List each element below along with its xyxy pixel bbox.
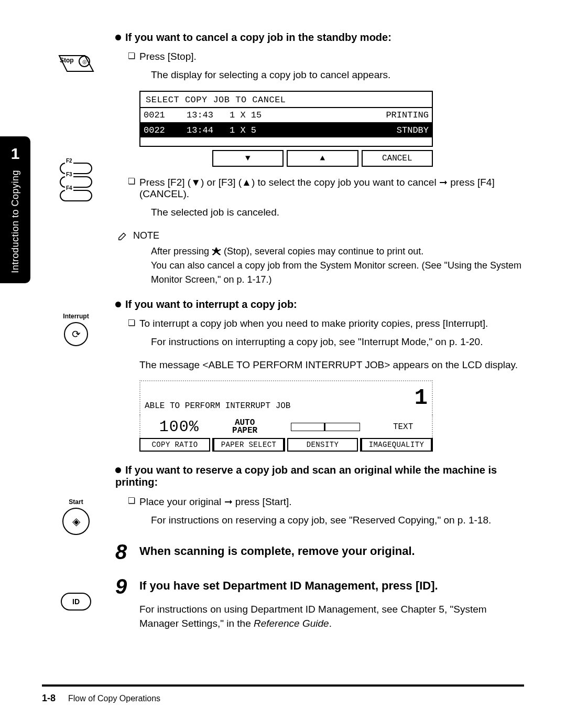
id-key-icon: ID [47, 593, 105, 611]
section1-item1: Press [Stop]. [128, 51, 524, 62]
interrupt-label: Interrupt [47, 313, 105, 320]
lcd1-cancel-button[interactable]: CANCEL [362, 150, 433, 167]
section3-sub1: For instructions on reserving a copy job… [151, 513, 524, 528]
lcd1-title: SELECT COPY JOB TO CANCEL [139, 91, 433, 107]
section2-item1: To interrupt a copy job when you need to… [128, 318, 524, 329]
lcd2-cell-density[interactable]: DENSITY [287, 438, 358, 452]
f4-key-icon: F4 [60, 190, 92, 201]
section2-sub1: For instructions on interrupting a copy … [151, 335, 524, 349]
lcd1-up-button[interactable]: ▲ [287, 150, 358, 167]
section1-item2: Press [F2] (▼) or [F3] (▲) to select the… [128, 176, 524, 200]
lcd1-slot-empty [139, 150, 209, 165]
lcd-interrupt: ABLE TO PERFORM INTERRUPT JOB 1 100% AUT… [139, 380, 433, 452]
lcd2-cell-imagequality[interactable]: IMAGEQUALITY [360, 438, 433, 452]
lcd2-title: ABLE TO PERFORM INTERRUPT JOB [145, 401, 290, 411]
section1-sub1: The display for selecting a copy job to … [151, 68, 524, 82]
step-9-body: For instructions on using Department ID … [139, 602, 524, 631]
interrupt-button-icon: ⟳ [64, 322, 88, 346]
chapter-number: 1 [11, 145, 20, 163]
step-9-text: If you have set Department ID Management… [139, 577, 524, 593]
pencil-icon [117, 230, 129, 241]
section3-item1: Place your original ➞ press [Start]. [128, 496, 524, 508]
lcd2-cell-paperselect[interactable]: PAPER SELECT [212, 438, 285, 452]
chapter-tab: 1 Introduction to Copying [0, 136, 30, 283]
section1-sub2: The selected job is canceled. [151, 205, 524, 220]
lcd-select-job: SELECT COPY JOB TO CANCEL 0021 13:43 1 X… [139, 91, 433, 167]
lcd1-row-2-selected: 0022 13:44 1 X 5 STNDBY [139, 122, 433, 137]
footer-page-number: 1-8 [42, 693, 56, 704]
section3-heading: If you want to reserve a copy job and sc… [115, 464, 524, 488]
section2-sub2: The message <ABLE TO PERFORM INTERRUPT J… [139, 358, 524, 372]
start-key-icon: Start ◈ [47, 498, 105, 535]
step-9: 9 If you have set Department ID Manageme… [115, 577, 524, 597]
note-body: After pressing 🟊 (Stop), several copies … [151, 244, 524, 287]
note-label: NOTE [133, 230, 159, 241]
page-footer: 1-8 Flow of Copy Operations [42, 693, 524, 704]
interrupt-key-icon: Interrupt ⟳ [47, 313, 105, 346]
footer-rule [42, 684, 524, 687]
note-heading: NOTE [117, 230, 524, 241]
step-8: 8 When scanning is complete, remove your… [115, 542, 524, 562]
id-button-icon: ID [61, 593, 91, 611]
lcd2-auto-paper: AUTO PAPER [232, 419, 257, 435]
lcd1-down-button[interactable]: ▼ [212, 150, 284, 167]
section1-heading: If you want to cancel a copy job in the … [115, 31, 524, 44]
step-9-number: 9 [115, 576, 139, 597]
lcd2-text-mode: TEXT [393, 422, 413, 432]
chapter-label: Introduction to Copying [10, 170, 21, 273]
stop-label: Stop [60, 57, 74, 64]
stop-key-icon: ◎ Stop [47, 50, 105, 82]
step-8-number: 8 [115, 541, 139, 562]
lcd2-count: 1 [415, 386, 428, 411]
footer-title: Flow of Copy Operations [68, 694, 160, 703]
lcd1-row-1: 0021 13:43 1 X 15 PRINTING [139, 107, 433, 122]
start-button-icon: ◈ [62, 508, 90, 535]
function-keys-icon: F2 F3 F4 [47, 160, 105, 204]
step-8-text: When scanning is complete, remove your o… [139, 542, 524, 558]
start-label: Start [47, 498, 105, 506]
lcd2-ratio: 100% [159, 418, 199, 436]
lcd2-cell-copyratio[interactable]: COPY RATIO [139, 438, 210, 452]
lcd2-density-bar [291, 423, 360, 431]
section2-heading: If you want to interrupt a copy job: [115, 298, 524, 311]
